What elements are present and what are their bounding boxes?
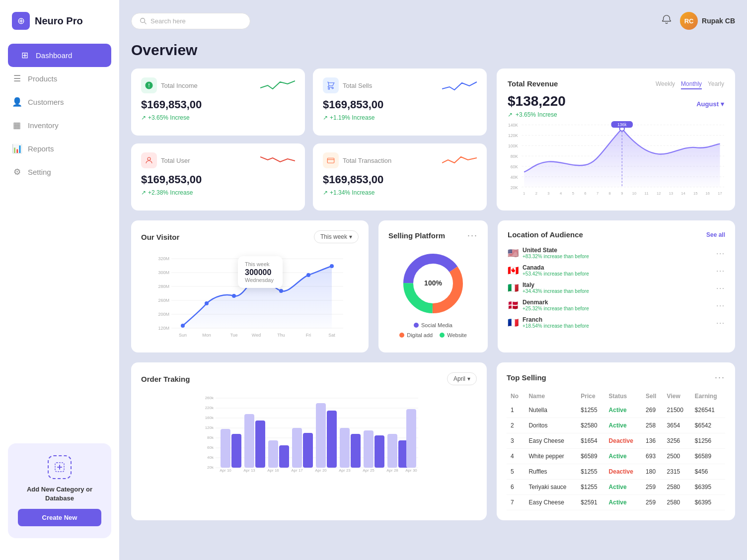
svg-text:Sat: Sat: [328, 333, 335, 338]
app-name: Neuro Pro: [35, 15, 83, 27]
top-selling-menu[interactable]: ···: [715, 372, 725, 383]
location-item-menu[interactable]: ···: [716, 301, 725, 309]
week-badge[interactable]: This week ▾: [314, 230, 359, 243]
period-tab-monthly[interactable]: Monthly: [681, 79, 702, 89]
svg-text:2: 2: [535, 191, 537, 196]
location-title: Location of Audience: [508, 230, 583, 239]
table-row: 7 Easy Cheese $2591 Active 259 2580 $639…: [507, 495, 725, 510]
setting-icon: ⚙: [12, 167, 22, 177]
chevron-down-icon: ▾: [349, 233, 352, 240]
customers-icon: 👤: [12, 97, 22, 107]
cell-no: 6: [507, 480, 524, 495]
col-price: Price: [577, 390, 604, 403]
cell-name: White pepper: [524, 449, 577, 464]
svg-text:120K: 120K: [508, 133, 518, 138]
sidebar-bottom: Add New Category or Database Create New: [0, 433, 119, 548]
svg-rect-91: [244, 414, 254, 468]
svg-text:60k: 60k: [207, 445, 214, 450]
svg-text:320M: 320M: [158, 256, 169, 261]
sidebar-item-label: Dashboard: [36, 51, 72, 60]
table-row: 2 Doritos $2580 Active 258 3654 $6542: [507, 418, 725, 433]
cell-earning: $6589: [691, 449, 725, 464]
svg-text:100%: 100%: [424, 279, 442, 287]
svg-text:Apr 10: Apr 10: [220, 468, 231, 473]
sidebar-item-dashboard[interactable]: ⊞ Dashboard: [8, 44, 111, 67]
table-row: 3 Easy Cheese $1654 Deactive 136 3256 $1…: [507, 433, 725, 449]
top-selling-table: No Name Price Status Sell View Earning 1…: [507, 390, 725, 510]
revenue-value: $138,220: [508, 93, 566, 109]
bottom-row: Order Traking April ▾ 260k 220k 160k 120…: [131, 362, 735, 520]
svg-text:Apr 20: Apr 20: [315, 468, 327, 473]
svg-text:120k: 120k: [205, 425, 214, 430]
cell-name: Easy Cheese: [524, 433, 577, 449]
revenue-card: Total Revenue Weekly Monthly Yearly $138…: [497, 69, 735, 210]
svg-text:Mon: Mon: [202, 333, 211, 338]
stat-value: $169,853,00: [323, 173, 477, 186]
svg-rect-97: [316, 403, 326, 468]
cell-sell: 180: [642, 464, 663, 480]
user-name: Rupak CB: [702, 17, 735, 25]
svg-point-62: [205, 301, 209, 305]
svg-text:Sun: Sun: [179, 333, 187, 338]
svg-text:Apr 28: Apr 28: [386, 468, 398, 473]
add-card: Add New Category or Database Create New: [8, 443, 111, 538]
selling-platform-menu[interactable]: ···: [467, 230, 478, 241]
stat-card-total-user: Total User $169,853,00 ↗+2.38% Increase: [131, 143, 305, 210]
location-item-menu[interactable]: ···: [716, 249, 725, 257]
sparkline-transaction: [442, 153, 477, 168]
chevron-down-icon: ▾: [721, 100, 724, 108]
svg-text:300M: 300M: [158, 270, 169, 275]
month-selector[interactable]: August ▾: [696, 100, 724, 108]
revenue-chart: 140K 120K 100K 80K 60K 40K 20K 1 2 3 4 5…: [508, 118, 724, 200]
create-now-button[interactable]: Create New: [18, 509, 101, 526]
svg-text:260M: 260M: [158, 298, 169, 303]
total-income-icon: [141, 77, 157, 93]
visitor-selling-location-row: Our Visitor This week ▾ 320M 300M 280M 2…: [131, 220, 735, 352]
sidebar-item-setting[interactable]: ⚙ Setting: [0, 160, 119, 184]
svg-text:20k: 20k: [207, 465, 214, 470]
cell-sell: 136: [642, 433, 663, 449]
logo-area: ⊕ Neuro Pro: [0, 12, 119, 44]
sidebar-item-products[interactable]: ☰ Products: [0, 67, 119, 90]
cell-status: Active: [605, 418, 642, 433]
svg-text:140K: 140K: [508, 123, 518, 128]
location-item-menu[interactable]: ···: [716, 267, 725, 275]
main-content: Search here RC Rupak CB Overview: [119, 0, 747, 560]
order-tracking-title: Order Traking: [141, 375, 190, 383]
cell-price: $2591: [577, 495, 604, 510]
svg-rect-103: [387, 434, 397, 468]
cell-sell: 693: [642, 449, 663, 464]
cell-view: 2500: [663, 449, 691, 464]
svg-text:100K: 100K: [508, 143, 518, 148]
search-box[interactable]: Search here: [131, 13, 250, 29]
see-all-link[interactable]: See all: [706, 231, 725, 238]
svg-rect-90: [231, 434, 241, 468]
sidebar-item-inventory[interactable]: ▦ Inventory: [0, 114, 119, 137]
svg-point-66: [306, 273, 310, 277]
period-tab-weekly[interactable]: Weekly: [656, 79, 675, 89]
cell-price: $1255: [577, 403, 604, 418]
cell-view: 3256: [663, 433, 691, 449]
location-item-fr: 🇫🇷 Franch +18.54% increase than before ·…: [508, 316, 725, 329]
col-name: Name: [524, 390, 577, 403]
sidebar-item-reports[interactable]: 📊 Reports: [0, 137, 119, 160]
location-list: 🇺🇸 United State +83.32% increase than be…: [508, 247, 725, 329]
sidebar-item-customers[interactable]: 👤 Customers: [0, 90, 119, 114]
svg-text:220k: 220k: [205, 406, 214, 410]
svg-rect-95: [292, 428, 302, 468]
april-badge[interactable]: April ▾: [447, 372, 477, 385]
period-tab-yearly[interactable]: Yearly: [708, 79, 724, 89]
col-no: No: [507, 390, 524, 403]
location-card: Location of Audience See all 🇺🇸 United S…: [498, 220, 735, 352]
cell-no: 4: [507, 449, 524, 464]
svg-line-4: [145, 22, 147, 24]
location-item-menu[interactable]: ···: [716, 319, 725, 327]
svg-text:Wed: Wed: [252, 333, 261, 338]
notification-button[interactable]: [661, 14, 672, 28]
svg-text:260k: 260k: [205, 396, 214, 400]
svg-text:7: 7: [597, 191, 598, 196]
table-row: 4 White pepper $6589 Active 693 2500 $65…: [507, 449, 725, 464]
header-right: RC Rupak CB: [661, 12, 735, 30]
location-item-menu[interactable]: ···: [716, 284, 725, 292]
add-card-text: Add New Category or Database: [18, 485, 101, 503]
